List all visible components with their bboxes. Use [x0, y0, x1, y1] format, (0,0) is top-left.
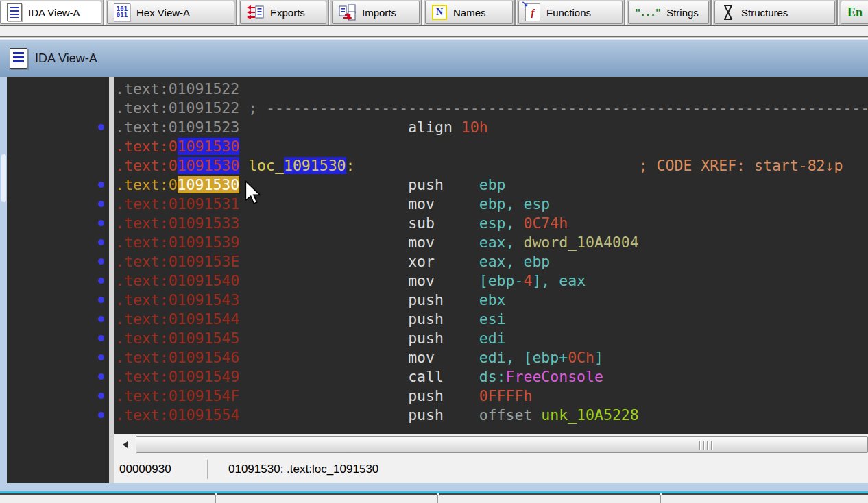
tab-hex-view-a[interactable]: 101 011 Hex View-A: [107, 1, 234, 24]
asm-line[interactable]: .text:0109154F push 0FFFFh: [115, 387, 868, 406]
asm-line[interactable]: .text:01091530 push ebp: [115, 175, 868, 195]
names-icon: N: [432, 5, 447, 20]
tab-strings[interactable]: "..." Strings: [628, 1, 709, 24]
listing-statusbar: 00000930 01091530: .text:loc_1091530: [114, 455, 868, 483]
tab-label: Names: [453, 7, 486, 19]
asm-line[interactable]: .text:01091543 push ebx: [115, 291, 868, 310]
tab-ida-view-a[interactable]: IDA View-A: [0, 1, 101, 24]
tab-separator: [513, 0, 518, 25]
asm-line[interactable]: .text:01091533 sub esp, 0C74h: [115, 214, 868, 233]
asm-line[interactable]: .text:01091546 mov edi, [ebp+0Ch]: [115, 348, 868, 367]
asm-line[interactable]: .text:01091531 mov ebp, esp: [115, 195, 868, 214]
asm-line[interactable]: .text:01091522: [115, 79, 868, 99]
code-line-dot: [98, 220, 104, 226]
code-line-dot: [98, 239, 104, 245]
asm-line[interactable]: .text:01091549 call ds:FreeConsole: [115, 367, 868, 387]
asm-line[interactable]: .text:01091544 push esi: [115, 310, 868, 329]
ida-view-window: IDA View-A .text:01091522.text:01091522 …: [0, 39, 868, 483]
column-divider[interactable]: [660, 495, 661, 503]
asm-line[interactable]: .text:0109153E xor eax, ebp: [115, 252, 868, 271]
scrollbar-thumb[interactable]: [136, 436, 868, 453]
window-bottom-frame: [0, 483, 868, 491]
status-address-info: 01091530: .text:loc_1091530: [208, 460, 378, 479]
left-arrow-icon: [123, 441, 128, 448]
tab-separator: [101, 0, 107, 25]
code-line-dot: [98, 278, 104, 284]
imports-icon: [339, 4, 356, 21]
enums-icon: En: [847, 5, 863, 20]
tab-label: Strings: [666, 7, 699, 19]
code-line-dot: [98, 297, 104, 303]
asm-line[interactable]: .text:01091530: [115, 137, 868, 156]
code-line-dot: [98, 412, 104, 418]
listing-lines[interactable]: .text:01091522.text:01091522 ; ---------…: [114, 77, 868, 434]
asm-line[interactable]: .text:01091540 mov [ebp-4], eax: [115, 271, 868, 291]
disassembly-pane: .text:01091522.text:01091522 ; ---------…: [114, 77, 868, 483]
asm-line[interactable]: .text:01091530 loc_1091530: ; CODE XREF:…: [115, 156, 868, 175]
asm-line[interactable]: .text:01091523 align 10h: [115, 118, 868, 137]
tab-separator: [709, 0, 714, 25]
exports-icon: [247, 4, 264, 21]
status-file-offset: 00000930: [114, 460, 208, 479]
tab-functions[interactable]: f Functions: [518, 1, 623, 24]
code-line-dot: [98, 182, 104, 188]
tab-separator: [234, 0, 240, 25]
asm-line[interactable]: .text:01091522 ; -----------------------…: [115, 99, 868, 118]
asm-line[interactable]: .text:01091539 mov eax, dword_10A4004: [115, 233, 868, 252]
structures-icon: [721, 4, 735, 21]
window-left-frame: [0, 77, 7, 483]
tab-separator: [623, 0, 628, 25]
column-divider[interactable]: [437, 495, 438, 503]
document-icon: [10, 48, 27, 69]
tab-label: Functions: [546, 7, 591, 19]
tab-label: Exports: [270, 7, 305, 19]
tab-label: Hex View-A: [136, 7, 190, 19]
window-titlebar[interactable]: IDA View-A: [0, 39, 868, 77]
tab-exports[interactable]: Exports: [240, 1, 326, 24]
asm-line[interactable]: .text:01091554 push offset unk_10A5228: [115, 406, 868, 425]
code-line-dot: [98, 124, 104, 130]
tab-label: Imports: [362, 7, 396, 19]
tab-toolbar: IDA View-A 101 011 Hex View-A Exports: [0, 0, 868, 26]
tab-label: Structures: [741, 7, 788, 19]
code-line-dot: [98, 335, 104, 341]
dock-header-strip: [0, 495, 868, 503]
tab-separator: [835, 0, 841, 25]
scrollbar-grip-icon: [699, 441, 713, 450]
functions-icon: f: [525, 3, 540, 21]
tab-separator: [420, 0, 425, 25]
window-title: IDA View-A: [35, 51, 97, 66]
tab-names[interactable]: N Names: [425, 1, 513, 24]
tab-imports[interactable]: Imports: [332, 1, 420, 24]
strings-icon: "...": [635, 7, 660, 18]
code-line-dot: [98, 258, 104, 265]
frame-scroll-thumb[interactable]: [1, 154, 6, 202]
code-line-dot: [98, 354, 104, 360]
tab-enums[interactable]: En: [841, 1, 868, 24]
code-line-dot: [98, 316, 104, 322]
column-divider[interactable]: [215, 495, 216, 503]
margin-divider[interactable]: [109, 77, 114, 483]
code-line-dot: [98, 201, 104, 207]
hex-view-icon: 101 011: [114, 3, 130, 21]
asm-line[interactable]: .text:01091545 push edi: [115, 329, 868, 348]
margin-pane: [7, 77, 109, 483]
tab-separator: [326, 0, 332, 25]
code-line-dot: [98, 393, 104, 399]
code-line-dot: [98, 373, 104, 380]
document-icon: [7, 3, 22, 21]
tab-structures[interactable]: Structures: [714, 1, 835, 24]
scroll-left-button[interactable]: [115, 436, 134, 454]
horizontal-scrollbar[interactable]: [114, 434, 868, 455]
tab-label: IDA View-A: [28, 7, 80, 19]
window-content: .text:01091522.text:01091522 ; ---------…: [0, 77, 868, 483]
